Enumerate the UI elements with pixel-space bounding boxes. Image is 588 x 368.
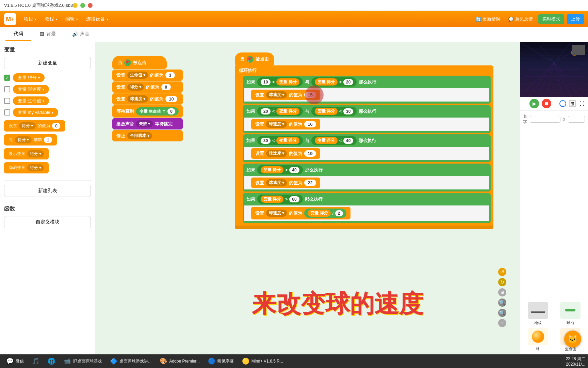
sprite-floor[interactable]: 地板 bbox=[523, 302, 553, 325]
set-speed-16[interactable]: 设置 球速度 ▾ 的值为 16 bbox=[251, 119, 320, 129]
set-speed-div[interactable]: 设置 球速度 ▾ 的值为 变量 得分 / 2 bbox=[251, 207, 350, 219]
var-block-score[interactable]: 变量 得分 ▾ bbox=[13, 73, 45, 82]
stop-button[interactable]: ⏹ bbox=[542, 99, 551, 108]
taskbar-premiere[interactable]: 🎨 Adobe Premier... bbox=[156, 356, 203, 366]
close-button[interactable] bbox=[88, 3, 93, 8]
svg-line-15 bbox=[554, 42, 571, 63]
var-block-speed[interactable]: 变量 球速度 ▾ bbox=[13, 85, 49, 94]
sprite-ball[interactable]: 球 bbox=[523, 328, 553, 352]
zoom-in-btn[interactable]: 🔍 bbox=[498, 298, 506, 307]
tab-sound[interactable]: 🔊 声音 bbox=[64, 28, 98, 41]
chat-bot-button[interactable]: 🐱 bbox=[564, 331, 581, 348]
svg-line-2 bbox=[537, 63, 554, 97]
svg-line-14 bbox=[537, 42, 554, 63]
code-area[interactable]: 当 🚩 被点击 设置 生命值 ▾ 的值为 3 设置 得分 ▾ bbox=[95, 42, 520, 354]
wait-until-block[interactable]: 等待直到 变量 生命值 = 0 bbox=[112, 105, 183, 118]
var-checkbox-score[interactable]: ✓ bbox=[4, 75, 10, 81]
name-input[interactable] bbox=[530, 116, 560, 123]
svg-line-4 bbox=[554, 63, 563, 97]
set-score-block-1[interactable]: 设置 得分 ▾ 的值为 0 bbox=[112, 81, 183, 93]
zoom-out-btn[interactable]: 🔍 bbox=[498, 309, 506, 317]
script-1-body: 设置 生命值 ▾ 的值为 3 设置 得分 ▾ 的值为 0 设置 bbox=[112, 70, 183, 141]
taskbar-music[interactable]: 🎵 bbox=[29, 356, 43, 366]
upload-btn[interactable]: 上传 bbox=[567, 14, 584, 24]
tab-background[interactable]: 🖼 背景 bbox=[31, 28, 64, 41]
new-var-button[interactable]: 新建变量 bbox=[4, 57, 91, 69]
feedback-btn[interactable]: 💬 意见反馈 bbox=[506, 15, 536, 24]
svg-line-1 bbox=[529, 63, 554, 97]
grid-btn[interactable]: ≡ bbox=[498, 319, 506, 327]
expand-stage-btn[interactable]: ⊞ bbox=[569, 100, 576, 107]
fit-btn[interactable]: ⊞ bbox=[498, 288, 506, 296]
undo-btn[interactable]: ↺ bbox=[498, 268, 506, 276]
if-block-1: 如果 10 < 变量 得分 与 变量 得分 < 2 bbox=[243, 76, 491, 104]
var-block-life[interactable]: 变量 生命值 ▾ bbox=[13, 96, 49, 105]
stage-controls: ▶ ⏹ ⊞ ⛶ bbox=[520, 97, 588, 111]
taskbar-ball-game-2[interactable]: 🔷 桌面弹球游戏讲... bbox=[107, 356, 155, 366]
titlebar: V1.6.5 RC1.0 桌面弹球游戏2.0.sb3 bbox=[0, 0, 588, 11]
svg-line-12 bbox=[520, 42, 554, 63]
set-speed-block-1[interactable]: 设置 球速度 ▾ 的值为 10 bbox=[112, 93, 183, 105]
hide-var-block[interactable]: 隐藏变量 得分 ▾ bbox=[4, 162, 49, 173]
add-score-block[interactable]: 将 得分 ▾ 增加 1 bbox=[4, 134, 57, 145]
set-score-block[interactable]: 设置 得分 ▾ 的值为 0 bbox=[4, 120, 65, 132]
titlebar-controls bbox=[73, 3, 93, 8]
taskbar-subtitle[interactable]: 🔵 听见字幕 bbox=[205, 356, 237, 366]
var-block-myvar[interactable]: 变量 my variable ▾ bbox=[13, 108, 58, 117]
menu-tutorial[interactable]: 教程 ▾ bbox=[41, 15, 61, 24]
play-sound-block[interactable]: 播放声音 失败 ▾ 等待播完 bbox=[112, 118, 183, 129]
loop-block[interactable]: 循环执行 如果 10 < 变量 得分 bbox=[235, 65, 493, 229]
var-item-speed: 变量 球速度 ▾ bbox=[4, 85, 91, 94]
x-input[interactable] bbox=[568, 116, 585, 123]
taskbar-browser[interactable]: 🌐 bbox=[44, 356, 59, 366]
zoom-controls: ↺ ↻ ⊞ 🔍 🔍 ≡ bbox=[498, 268, 506, 327]
redo-btn[interactable]: ↻ bbox=[498, 278, 506, 286]
menu-edit[interactable]: 编辑 ▾ bbox=[62, 15, 81, 24]
stop-all-block[interactable]: 停止 全部脚本 ▾ bbox=[112, 130, 183, 141]
stage-thumbnail bbox=[572, 45, 585, 55]
new-list-button[interactable]: 新建列表 bbox=[4, 185, 91, 197]
if-block-4: 如果 变量 得分 > 40 那么执行 设置 bbox=[243, 164, 491, 191]
scripts-container: 当 🚩 被点击 设置 生命值 ▾ 的值为 3 设置 得分 ▾ bbox=[102, 49, 513, 348]
update-error-btn[interactable]: 🔄 更新错误 bbox=[473, 15, 503, 24]
taskbar-ball-game[interactable]: 📹 07桌面弹球游戏 bbox=[60, 356, 105, 366]
titlebar-title: V1.6.5 RC1.0 桌面弹球游戏2.0.sb3 bbox=[4, 2, 73, 9]
taskbar-mindplus[interactable]: 🟡 Mind+ V1.6.5 R... bbox=[239, 356, 287, 366]
set-life-block[interactable]: 设置 生命值 ▾ 的值为 3 bbox=[112, 70, 183, 81]
tab-code[interactable]: 代码 bbox=[5, 28, 31, 41]
hat-block-2[interactable]: 当 🚩 被点击 bbox=[235, 52, 274, 65]
right-panel: ▶ ⏹ ⊞ ⛶ 名字 x y bbox=[520, 42, 588, 354]
var-item-life: 变量 生命值 ▾ bbox=[4, 96, 91, 105]
realtime-btn[interactable]: 实时模式 bbox=[538, 14, 564, 24]
set-speed-15[interactable]: 设置 球速度 ▾ 的值为 15 bbox=[251, 90, 320, 100]
stage-preview bbox=[520, 42, 588, 97]
minimize-button[interactable] bbox=[73, 3, 78, 8]
var-checkbox-speed[interactable] bbox=[4, 86, 10, 92]
fullscreen-btn[interactable]: ⛶ bbox=[578, 100, 585, 107]
hat-block-1[interactable]: 当 🚩 被点击 bbox=[112, 56, 167, 69]
if-block-5: 如果 变量 得分 > 60 那么执行 设置 bbox=[243, 193, 491, 223]
loop-inner: 如果 10 < 变量 得分 与 变量 得分 < 2 bbox=[243, 76, 491, 226]
sprite-paddle[interactable]: 球拍 bbox=[556, 302, 586, 325]
run-button[interactable]: ▶ bbox=[529, 99, 539, 108]
overlay-text: 来改变球的速度 bbox=[252, 288, 423, 320]
sprite-props: 名字 x y bbox=[520, 111, 588, 299]
custom-block-button[interactable]: 自定义模块 bbox=[4, 216, 91, 228]
show-var-block[interactable]: 显示变量 得分 ▾ bbox=[4, 148, 49, 159]
if-block-3: 如果 30 < 变量 得分 与 变量 得分 < 4 bbox=[243, 134, 491, 162]
tabbar: 代码 🖼 背景 🔊 声音 bbox=[0, 27, 588, 42]
menu-connect[interactable]: 连接设备 ▾ bbox=[83, 15, 112, 24]
set-speed-22[interactable]: 设置 球速度 ▾ 的值为 22 bbox=[251, 178, 320, 188]
menu-project[interactable]: 项目 ▾ bbox=[20, 15, 40, 24]
maximize-button[interactable] bbox=[80, 3, 85, 8]
var-checkbox-myvar[interactable] bbox=[4, 109, 10, 116]
svg-point-21 bbox=[532, 331, 544, 343]
var-checkbox-life[interactable] bbox=[4, 98, 10, 104]
taskbar-wechat[interactable]: 💬 微信 bbox=[3, 356, 27, 366]
menubar-right: 🔄 更新错误 💬 意见反馈 实时模式 上传 bbox=[473, 14, 584, 24]
svg-line-7 bbox=[554, 63, 588, 97]
variables-title: 变量 bbox=[4, 46, 91, 53]
small-stage-btn[interactable] bbox=[559, 100, 566, 107]
menubar: M+ 项目 ▾ 教程 ▾ 编辑 ▾ 连接设备 ▾ 🔄 更新错误 💬 意见反馈 实… bbox=[0, 11, 588, 27]
set-speed-19[interactable]: 设置 球速度 ▾ 的值为 19 bbox=[251, 148, 320, 159]
